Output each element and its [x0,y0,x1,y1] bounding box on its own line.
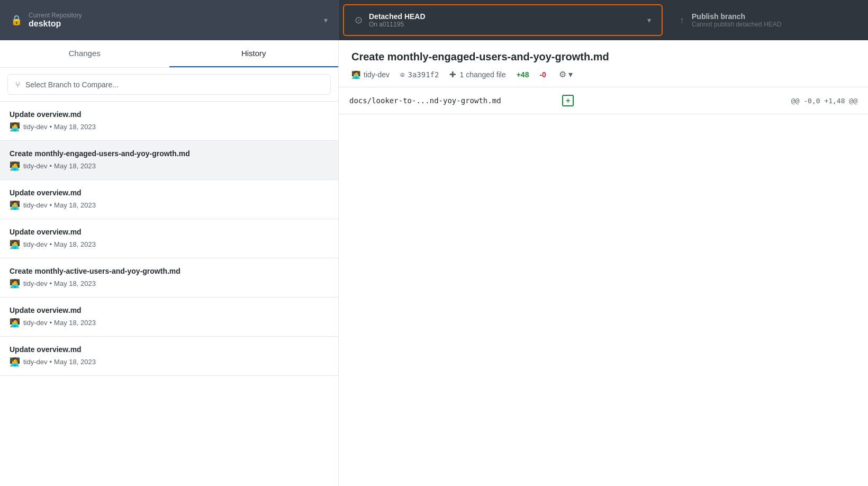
compare-branches-icon: ⑂ [15,80,20,89]
commit-date: May 18, 2023 [54,358,96,366]
commit-separator: • [50,162,52,170]
commit-separator: • [50,280,52,287]
commit-detail-meta: 🧑‍💻 tidy-dev ⊙ 3a391f2 ✚ 1 changed file … [351,69,855,79]
detached-head-icon: ⊙ [355,14,363,26]
topbar: 🔒 Current Repository desktop ▾ ⊙ Detache… [0,0,868,40]
commit-author: tidy-dev [23,280,48,287]
file-name: docs/looker-to-...nd-yoy-growth.md [349,96,556,105]
file-added-badge: + [562,95,574,106]
lock-icon: 🔒 [11,14,22,26]
commit-item[interactable]: Create monthly-engaged-users-and-yoy-gro… [0,141,338,180]
right-panel: Create monthly-engaged-users-and-yoy-gro… [339,40,868,486]
commit-meta: 🧑‍💻 tidy-dev • May 18, 2023 [10,200,329,210]
avatar-icon: 🧑‍💻 [10,200,20,210]
commit-item[interactable]: Update overview.md 🧑‍💻 tidy-dev • May 18… [0,337,338,376]
repo-name: desktop [29,19,82,29]
repo-info: Current Repository desktop [29,12,82,29]
publish-icon: ↑ [680,15,684,26]
repo-chevron-icon: ▾ [324,16,328,24]
commit-separator: • [50,319,52,327]
settings-chevron-icon: ▾ [568,69,573,79]
diff-header: @@ -0,0 +1,48 @@ [781,97,857,105]
detail-author-name: tidy-dev [364,70,390,79]
avatar-icon: 🧑‍💻 [10,318,20,328]
commit-title: Update overview.md [10,188,329,197]
tab-bar: Changes History [0,40,338,68]
commit-hash-icon: ⊙ [400,70,404,79]
commit-meta: 🧑‍💻 tidy-dev • May 18, 2023 [10,357,329,367]
commit-title: Update overview.md [10,228,329,236]
changed-files-icon: ✚ [449,70,456,79]
detail-author: 🧑‍💻 tidy-dev [351,70,390,79]
detail-deletions: -0 [539,70,546,79]
compare-placeholder: Select Branch to Compare... [25,80,119,89]
commit-author: tidy-dev [23,358,48,366]
commit-title: Update overview.md [10,110,329,119]
commit-item[interactable]: Update overview.md 🧑‍💻 tidy-dev • May 18… [0,298,338,337]
branch-compare-section: ⑂ Select Branch to Compare... [0,68,338,102]
file-list-area: docs/looker-to-...nd-yoy-growth.md + @@ … [339,87,868,486]
commit-author: tidy-dev [23,319,48,327]
commit-meta: 🧑‍💻 tidy-dev • May 18, 2023 [10,161,329,171]
publish-branch-button[interactable]: ↑ Publish branch Cannot publish detached… [667,0,868,40]
commit-meta: 🧑‍💻 tidy-dev • May 18, 2023 [10,122,329,132]
commit-separator: • [50,123,52,131]
commit-date: May 18, 2023 [54,280,96,287]
commit-title: Update overview.md [10,306,329,314]
tab-changes[interactable]: Changes [0,40,169,67]
detail-avatar-icon: 🧑‍💻 [351,70,360,79]
commit-author: tidy-dev [23,162,48,170]
detail-changed-count: 1 changed file [459,70,505,79]
commit-item[interactable]: Update overview.md 🧑‍💻 tidy-dev • May 18… [0,219,338,258]
commit-list: Update overview.md 🧑‍💻 tidy-dev • May 18… [0,102,338,486]
settings-button[interactable]: ⚙ ▾ [559,69,573,79]
commit-date: May 18, 2023 [54,201,96,209]
commit-meta: 🧑‍💻 tidy-dev • May 18, 2023 [10,318,329,328]
branch-compare-button[interactable]: ⑂ Select Branch to Compare... [7,74,331,95]
publish-sub: Cannot publish detached HEAD [692,21,781,28]
avatar-icon: 🧑‍💻 [10,239,20,249]
detail-hash-value: 3a391f2 [408,70,439,79]
commit-author: tidy-dev [23,240,48,248]
publish-info: Publish branch Cannot publish detached H… [692,12,781,28]
commit-detail-header: Create monthly-engaged-users-and-yoy-gro… [339,40,868,87]
commit-meta: 🧑‍💻 tidy-dev • May 18, 2023 [10,239,329,249]
commit-meta: 🧑‍💻 tidy-dev • May 18, 2023 [10,278,329,289]
commit-item[interactable]: Update overview.md 🧑‍💻 tidy-dev • May 18… [0,180,338,219]
avatar-icon: 🧑‍💻 [10,278,20,289]
avatar-icon: 🧑‍💻 [10,357,20,367]
repo-label: Current Repository [29,12,82,19]
diff-content-area [339,114,868,486]
commit-title: Create monthly-active-users-and-yoy-grow… [10,267,329,275]
commit-date: May 18, 2023 [54,123,96,131]
branch-sub: On a011195 [369,21,426,28]
commit-author: tidy-dev [23,123,48,131]
commit-detail-title: Create monthly-engaged-users-and-yoy-gro… [351,51,855,63]
commit-title: Create monthly-engaged-users-and-yoy-gro… [10,149,329,158]
commit-date: May 18, 2023 [54,162,96,170]
main-content: Changes History ⑂ Select Branch to Compa… [0,40,868,486]
detail-changed-files: ✚ 1 changed file [449,70,505,79]
gear-icon: ⚙ [559,69,566,79]
commit-separator: • [50,240,52,248]
branch-button[interactable]: ⊙ Detached HEAD On a011195 ▾ [343,4,663,36]
commit-title: Update overview.md [10,345,329,354]
commit-author: tidy-dev [23,201,48,209]
branch-info: Detached HEAD On a011195 [369,12,426,28]
detail-hash: ⊙ 3a391f2 [400,70,439,79]
branch-chevron-icon: ▾ [647,16,651,24]
file-item[interactable]: docs/looker-to-...nd-yoy-growth.md + @@ … [339,87,868,114]
commit-separator: • [50,201,52,209]
left-panel: Changes History ⑂ Select Branch to Compa… [0,40,339,486]
avatar-icon: 🧑‍💻 [10,161,20,171]
commit-separator: • [50,358,52,366]
detail-additions: +48 [517,70,529,79]
avatar-icon: 🧑‍💻 [10,122,20,132]
commit-date: May 18, 2023 [54,319,96,327]
tab-history[interactable]: History [169,40,339,67]
branch-label: Detached HEAD [369,12,426,21]
commit-item[interactable]: Create monthly-active-users-and-yoy-grow… [0,258,338,298]
commit-date: May 18, 2023 [54,240,96,248]
current-repo-button[interactable]: 🔒 Current Repository desktop ▾ [0,0,339,40]
commit-item[interactable]: Update overview.md 🧑‍💻 tidy-dev • May 18… [0,102,338,141]
